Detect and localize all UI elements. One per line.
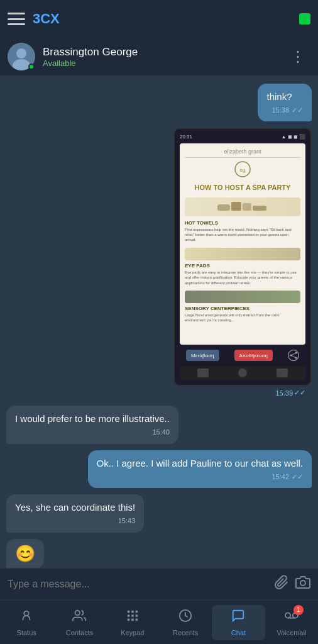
phone-status-bar: 20:31 ▲ ◼ ◼ ⬛	[180, 134, 305, 140]
nav-label-voicemail: Voicemail	[277, 629, 306, 636]
svg-rect-8	[253, 206, 266, 211]
nav-label-contacts: Contacts	[66, 629, 93, 636]
svg-rect-6	[231, 202, 241, 211]
message-row: Ok.. I agree. I will add Pauline to our …	[0, 449, 318, 489]
svg-point-10	[290, 355, 292, 357]
contact-status: Available	[43, 58, 285, 68]
message-bubble: I would prefer to be more illustrative..…	[6, 406, 178, 443]
message-bubble: Ok.. I agree. I will add Pauline to our …	[88, 450, 312, 488]
keypad-icon	[126, 609, 140, 626]
spa-section-eye-pads: EYE PADS Eye pads are easy to integrate …	[185, 263, 300, 286]
app-logo: 3CX	[33, 11, 60, 27]
svg-rect-24	[131, 618, 134, 621]
svg-rect-17	[128, 610, 130, 613]
read-tick: ✓✓	[292, 472, 303, 482]
svg-rect-19	[135, 610, 138, 613]
phone-nav-bar	[180, 366, 305, 380]
contact-name: Brassington George	[43, 46, 285, 58]
nav-item-keypad[interactable]: Keypad	[106, 605, 159, 640]
nav-label-recents: Recents	[173, 629, 198, 636]
voicemail-icon: 1	[285, 609, 299, 626]
spa-section-hot-towels: HOT TOWELS First impressions help set th…	[185, 220, 300, 243]
avatar	[8, 43, 35, 70]
status-icon	[19, 609, 33, 626]
image-message-row: 20:31 ▲ ◼ ◼ ⬛ elizabeth grant eg HOW TO	[0, 126, 318, 401]
message-row: I would prefer to be more illustrative..…	[0, 404, 318, 445]
online-indicator	[28, 64, 35, 70]
message-bubble: Yes, she can coordinate this! 15:43	[6, 494, 144, 532]
svg-rect-7	[243, 203, 251, 211]
message-time: 15:42	[271, 472, 289, 482]
nav-label-keypad: Keypad	[121, 629, 144, 636]
read-tick: ✓✓	[292, 106, 303, 115]
message-text: Ok.. I agree. I will add Pauline to our …	[97, 458, 304, 469]
message-input[interactable]	[8, 579, 268, 590]
nav-item-status[interactable]: Status	[0, 605, 53, 640]
chat-area: think? 15:38 ✓✓ 20:31 ▲ ◼ ◼ ⬛ elizabeth …	[0, 76, 318, 644]
message-text: think?	[266, 91, 292, 102]
voicemail-badge: 1	[293, 605, 304, 615]
chat-icon	[231, 609, 245, 626]
message-time: 15:43	[118, 516, 136, 526]
message-time: 15:38	[271, 106, 289, 115]
svg-rect-18	[131, 610, 134, 613]
svg-line-12	[292, 353, 295, 355]
svg-point-27	[285, 613, 290, 618]
message-time: 15:40	[152, 428, 170, 437]
spa-content: elizabeth grant eg HOW TO HOST A SPA PAR…	[180, 143, 305, 345]
message-text: Yes, she can coordinate this!	[15, 502, 135, 513]
svg-line-13	[292, 356, 295, 358]
image-read-tick: ✓✓	[294, 389, 305, 397]
contacts-icon	[72, 609, 86, 626]
nav-item-chat[interactable]: Chat	[212, 605, 265, 640]
image-time-row: 15:39 ✓✓	[173, 386, 312, 399]
svg-rect-25	[135, 618, 138, 621]
nav-item-recents[interactable]: Recents	[159, 605, 212, 640]
nav-item-voicemail[interactable]: 1 Voicemail	[265, 605, 318, 640]
svg-rect-5	[217, 204, 230, 211]
spa-section-centerpieces: SENSORY CENTERPIECES Large floral arrang…	[185, 306, 300, 323]
spa-save-button[interactable]: Αποθήκευση	[234, 350, 273, 361]
bottom-nav: Status Contacts Keypad	[0, 600, 318, 644]
recents-icon	[178, 609, 192, 626]
emoji-bubble: 😊	[6, 539, 44, 569]
svg-point-16	[75, 610, 80, 614]
image-message-time: 15:39	[275, 389, 293, 397]
menu-icon[interactable]	[8, 13, 25, 25]
attachment-icon[interactable]	[274, 575, 289, 594]
message-bubble: think? 15:38 ✓✓	[258, 84, 312, 121]
svg-point-14	[300, 580, 305, 586]
image-bubble: 20:31 ▲ ◼ ◼ ⬛ elizabeth grant eg HOW TO	[173, 128, 312, 386]
svg-rect-20	[128, 614, 130, 617]
svg-point-15	[24, 611, 28, 615]
input-area	[0, 568, 318, 600]
camera-icon[interactable]	[295, 575, 310, 594]
spa-nav-button[interactable]: Μετάβαση	[186, 350, 219, 361]
spa-logo: elizabeth grant	[185, 148, 300, 158]
svg-rect-23	[128, 618, 130, 621]
nav-label-status: Status	[17, 629, 36, 636]
nav-label-chat: Chat	[231, 629, 246, 636]
message-row: Yes, she can coordinate this! 15:43	[0, 493, 318, 533]
more-options-button[interactable]: ⋮	[285, 45, 310, 68]
svg-rect-21	[131, 614, 134, 617]
message-text: I would prefer to be more illustrative..	[15, 413, 170, 424]
message-row: think? 15:38 ✓✓	[0, 82, 318, 123]
emoji-char: 😊	[15, 544, 35, 564]
share-icon[interactable]	[288, 350, 299, 361]
spa-title: HOW TO HOST A SPA PARTY	[185, 183, 300, 192]
nav-item-contacts[interactable]: Contacts	[53, 605, 106, 640]
svg-text:eg: eg	[240, 167, 246, 173]
spa-phone-buttons[interactable]: Μετάβαση Αποθήκευση	[180, 350, 305, 361]
svg-point-1	[16, 48, 26, 58]
svg-rect-22	[135, 614, 138, 617]
header: 3CX	[0, 0, 318, 38]
contact-bar: Brassington George Available ⋮	[0, 38, 318, 76]
contact-info: Brassington George Available	[43, 46, 285, 68]
status-indicator	[299, 13, 310, 25]
